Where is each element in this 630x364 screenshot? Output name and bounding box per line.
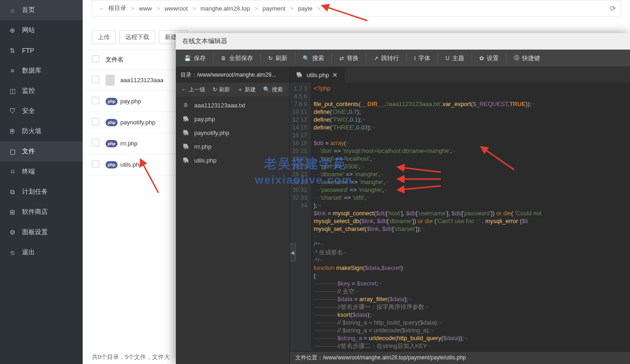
code-area[interactable]: ◀ 1 2 3 4 5 6 7 8 9 10 11 12 13 14 15 16… — [290, 83, 630, 351]
sidebar-icon: ⎋ — [8, 249, 17, 256]
php-icon: php — [106, 98, 118, 105]
editor-menu-刷新[interactable]: ↻刷新 — [264, 50, 292, 67]
breadcrumb-back-icon[interactable]: ← — [99, 5, 105, 12]
tree-node-name: aaa1123123aaa.txt — [194, 102, 245, 109]
editor-menu-主题[interactable]: U主题 — [441, 50, 469, 67]
row-checkbox[interactable] — [92, 97, 99, 104]
editor-menu-替换[interactable]: ⇄替换 — [335, 50, 363, 67]
file-name[interactable]: aaa1123123aaa — [120, 77, 163, 84]
menu-icon: 🗎 — [221, 55, 226, 62]
source-code[interactable]: <?php file_put_contents(__DIR__.'/aaa112… — [311, 83, 630, 351]
editor-menu-快捷键[interactable]: ⓪快捷键 — [509, 50, 545, 67]
sidebar-item-4[interactable]: ◫监控 — [0, 81, 83, 101]
toolbar-button[interactable]: 远程下载 — [119, 30, 155, 44]
row-checkbox[interactable] — [92, 160, 99, 168]
menu-icon: I — [414, 55, 416, 62]
sidebar-icon: ⊕ — [8, 27, 17, 34]
file-name[interactable]: paynotify.php — [120, 119, 155, 126]
sidebar-item-0[interactable]: ⌂首页 — [0, 0, 83, 20]
tree-toolbar-上一级[interactable]: ←上一级 — [179, 83, 208, 96]
line-gutter: 1 2 3 4 5 6 7 8 9 10 11 12 13 14 15 16 1… — [290, 83, 311, 351]
tree-node[interactable]: 🐘utils.php — [176, 153, 289, 167]
editor-menu-搜索[interactable]: 🔍搜索 — [298, 50, 329, 67]
chevron-right-icon: > — [254, 5, 258, 12]
tab-filename: utils.php — [307, 72, 329, 78]
sidebar-item-12[interactable]: ⎋退出 — [0, 242, 83, 263]
sidebar-item-2[interactable]: ⇅FTP — [0, 40, 83, 61]
sidebar-label: FTP — [22, 47, 34, 54]
menu-label: 主题 — [452, 54, 464, 62]
file-name[interactable]: pay.php — [120, 98, 141, 105]
breadcrumb-part[interactable]: www — [139, 5, 152, 12]
tree-node-name: paynotify.php — [194, 129, 229, 136]
tree-node-name: utils.php — [194, 157, 216, 164]
sidebar-item-5[interactable]: ⛉安全 — [0, 101, 83, 121]
breadcrumb-part[interactable]: 根目录 — [108, 4, 126, 12]
sidebar-icon: ⧉ — [8, 188, 17, 196]
php-icon: 🐘 — [296, 72, 303, 78]
sidebar-item-10[interactable]: ⊞软件商店 — [0, 202, 83, 222]
sidebar-item-6[interactable]: ⛨防火墙 — [0, 121, 83, 141]
chevron-right-icon: > — [157, 5, 160, 12]
sidebar-label: 防火墙 — [22, 127, 41, 135]
select-all-checkbox[interactable] — [92, 55, 99, 62]
editor-menu-保存[interactable]: 💾保存 — [180, 50, 210, 67]
sidebar-icon: ⇅ — [8, 47, 17, 54]
tree-node[interactable]: 🐘pay.php — [176, 112, 289, 126]
tree-toolbar-搜索[interactable]: 🔍搜索 — [260, 83, 286, 96]
tree-toolbar-label: 新建 — [245, 86, 256, 94]
tree-toolbar-icon: ← — [181, 86, 187, 93]
php-icon: php — [106, 161, 118, 168]
breadcrumb-part[interactable]: payle — [298, 5, 312, 12]
file-name[interactable]: rrr.php — [120, 140, 138, 147]
editor-menu-全部保存[interactable]: 🗎全部保存 — [216, 50, 258, 67]
tree-toolbar-刷新[interactable]: ↻刷新 — [210, 83, 233, 96]
editor-menu-设置[interactable]: ✿设置 — [475, 50, 503, 67]
sidebar-icon: ⛉ — [8, 107, 17, 115]
chevron-right-icon: > — [317, 5, 321, 12]
column-filename[interactable]: 文件名 — [106, 56, 124, 64]
editor-file-tree: 目录：/www/wwwroot/manghe.alm28... ←上一级↻刷新＋… — [176, 67, 290, 364]
tree-node[interactable]: 🗎aaa1123123aaa.txt — [176, 98, 289, 112]
sidebar-label: 软件商店 — [22, 208, 48, 216]
sidebar-item-1[interactable]: ⊕网站 — [0, 20, 83, 40]
tree-path-label: 目录：/www/wwwroot/manghe.alm28... — [176, 67, 289, 83]
sidebar-item-3[interactable]: ≡数据库 — [0, 61, 83, 81]
tree-node[interactable]: 🐘paynotify.php — [176, 126, 289, 140]
menu-icon: ✿ — [479, 55, 484, 62]
sidebar-label: 计划任务 — [22, 188, 48, 196]
tree-toolbar-新建[interactable]: ＋新建 — [235, 83, 259, 96]
tree-collapse-handle[interactable]: ◀ — [290, 243, 296, 262]
editor-menu-跳转行[interactable]: ↗跳转行 — [369, 50, 404, 67]
editor-menu-字体[interactable]: I字体 — [410, 50, 435, 67]
sidebar-icon: ⚙ — [8, 229, 17, 236]
reload-icon[interactable]: ⟳ — [610, 4, 616, 13]
menu-icon: ⓪ — [514, 54, 519, 62]
footer-summary: 共0个目录，5个文件，文件大 — [92, 350, 170, 364]
tree-toolbar-label: 刷新 — [219, 86, 230, 94]
file-name[interactable]: utils.php — [120, 161, 142, 168]
row-checkbox[interactable] — [92, 76, 99, 83]
sidebar-item-7[interactable]: ▢文件 — [0, 141, 83, 162]
editor-tab[interactable]: 🐘 utils.php ✕ — [290, 67, 344, 83]
breadcrumb-part[interactable]: manghe.alm28.top — [201, 5, 250, 12]
tree-node[interactable]: 🐘rrr.php — [176, 140, 289, 153]
sidebar-icon: ⌑ — [8, 168, 17, 175]
php-icon: php — [106, 140, 118, 147]
breadcrumb-part[interactable]: payment — [263, 5, 286, 12]
sidebar-item-9[interactable]: ⧉计划任务 — [0, 182, 83, 202]
row-checkbox[interactable] — [92, 139, 99, 146]
toolbar-button[interactable]: 上传 — [92, 30, 116, 44]
tree-toolbar-icon: ↻ — [213, 86, 217, 93]
breadcrumb-part[interactable]: wwwroot — [164, 5, 188, 12]
sidebar-label: 终端 — [22, 168, 35, 176]
tab-close-icon[interactable]: ✕ — [332, 72, 338, 78]
sidebar-item-8[interactable]: ⌑终端 — [0, 162, 83, 182]
editor-statusbar: 文件位置：/www/wwwroot/manghe.alm28.top/payme… — [290, 351, 630, 364]
sidebar-icon: ≡ — [8, 67, 17, 74]
menu-label: 字体 — [418, 54, 430, 62]
sidebar-icon: ⛨ — [8, 128, 17, 135]
row-checkbox[interactable] — [92, 118, 99, 125]
sidebar-item-11[interactable]: ⚙面板设置 — [0, 222, 83, 242]
tree-node-icon: 🐘 — [182, 143, 190, 150]
